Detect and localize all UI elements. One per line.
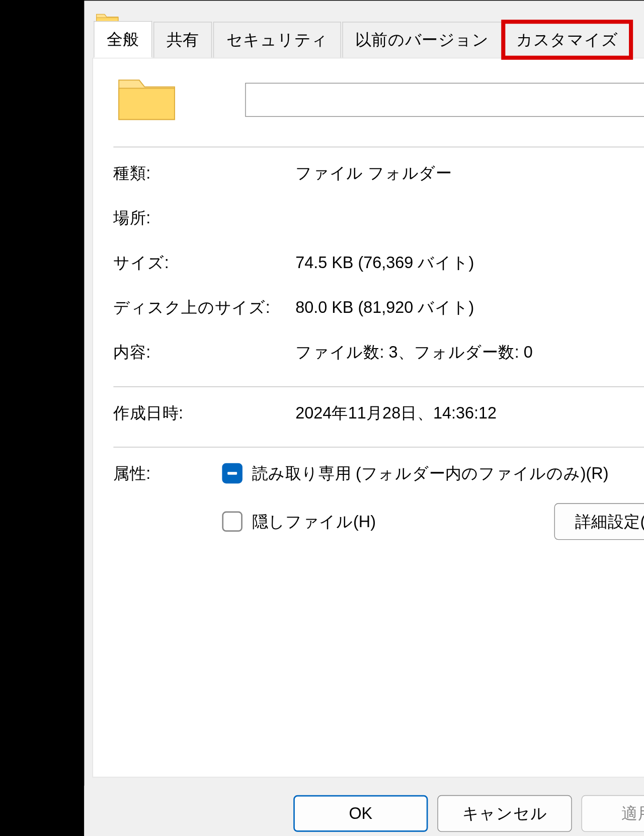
tab-general[interactable]: 全般 bbox=[94, 21, 152, 58]
folder-name-input[interactable] bbox=[245, 83, 644, 117]
size-on-disk-label: ディスク上のサイズ: bbox=[113, 297, 295, 318]
tabs: 全般 共有 セキュリティ 以前のバージョン カスタマイズ bbox=[84, 20, 644, 58]
divider bbox=[113, 447, 644, 447]
dialog-footer: OK キャンセル 適用(A) bbox=[84, 786, 644, 836]
type-value: ファイル フォルダー bbox=[295, 162, 644, 184]
created-label: 作成日時: bbox=[113, 402, 295, 424]
hidden-checkbox[interactable] bbox=[222, 512, 243, 532]
ok-button[interactable]: OK bbox=[293, 795, 428, 832]
properties-dialog: 全般 共有 セキュリティ 以前のバージョン カスタマイズ 種類: ファイル フォ… bbox=[84, 0, 644, 836]
hidden-label: 隠しファイル(H) bbox=[252, 511, 376, 532]
readonly-label: 読み取り専用 (フォルダー内のファイルのみ)(R) bbox=[252, 462, 609, 484]
general-panel: 種類: ファイル フォルダー 場所: サイズ: 74.5 KB (76,369 … bbox=[93, 58, 644, 778]
apply-button[interactable]: 適用(A) bbox=[582, 795, 644, 832]
divider bbox=[113, 147, 644, 147]
tab-sharing[interactable]: 共有 bbox=[153, 22, 212, 58]
cancel-button[interactable]: キャンセル bbox=[437, 795, 572, 832]
attributes-label: 属性: bbox=[113, 462, 222, 484]
created-value: 2024年11月28日、14:36:12 bbox=[295, 402, 644, 424]
tab-customize[interactable]: カスタマイズ bbox=[503, 22, 631, 58]
contents-value: ファイル数: 3、フォルダー数: 0 bbox=[295, 342, 644, 363]
tab-previous-versions[interactable]: 以前のバージョン bbox=[342, 22, 502, 58]
readonly-checkbox[interactable] bbox=[222, 463, 243, 484]
advanced-button[interactable]: 詳細設定(D)... bbox=[554, 503, 644, 540]
type-label: 種類: bbox=[113, 162, 295, 184]
folder-icon-large bbox=[113, 75, 177, 125]
size-on-disk-value: 80.0 KB (81,920 バイト) bbox=[295, 297, 644, 318]
contents-label: 内容: bbox=[113, 342, 295, 363]
size-label: サイズ: bbox=[113, 252, 295, 274]
tab-security[interactable]: セキュリティ bbox=[213, 22, 341, 58]
size-value: 74.5 KB (76,369 バイト) bbox=[295, 252, 644, 274]
divider bbox=[113, 386, 644, 387]
location-label: 場所: bbox=[113, 207, 295, 229]
